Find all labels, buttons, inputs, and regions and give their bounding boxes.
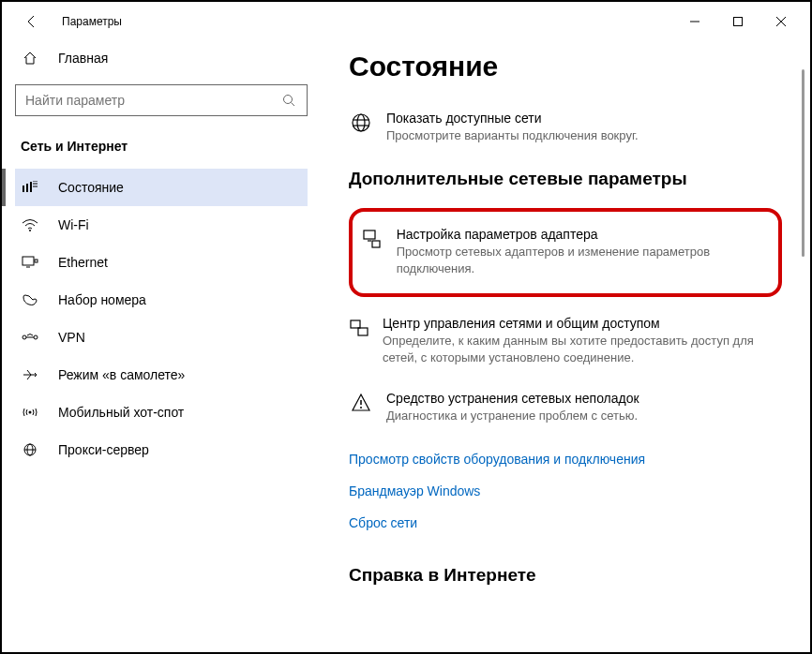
- action-desc: Просмотр сетевых адаптеров и изменение п…: [397, 244, 771, 277]
- link-hardware-properties[interactable]: Просмотр свойств оборудования и подключе…: [349, 443, 782, 475]
- action-text: Средство устранения сетевых неполадок Ди…: [386, 391, 639, 424]
- svg-point-24: [357, 114, 365, 131]
- close-button[interactable]: [759, 7, 803, 37]
- svg-rect-8: [30, 182, 32, 192]
- action-title: Настройка параметров адаптера: [397, 227, 771, 242]
- sidebar-item-ethernet[interactable]: Ethernet: [15, 244, 308, 281]
- sidebar-item-label: Прокси-сервер: [58, 442, 149, 457]
- home-nav[interactable]: Главная: [15, 41, 308, 75]
- wifi-icon: [21, 218, 39, 231]
- sidebar-item-label: Ethernet: [58, 255, 108, 270]
- action-desc: Просмотрите варианты подключения вокруг.: [386, 127, 639, 144]
- main-panel: Состояние Показать доступные сети Просмо…: [321, 41, 810, 652]
- action-adapter-settings[interactable]: Настройка параметров адаптера Просмотр с…: [360, 221, 771, 283]
- adapter-icon: [360, 227, 383, 277]
- minimize-button[interactable]: [673, 7, 716, 37]
- svg-line-5: [292, 103, 295, 107]
- section-advanced: Дополнительные сетевые параметры: [349, 169, 782, 189]
- titlebar: Параметры: [2, 2, 810, 41]
- home-icon: [21, 51, 39, 66]
- link-firewall[interactable]: Брандмауэр Windows: [349, 475, 782, 507]
- scrollbar[interactable]: [802, 69, 804, 257]
- sidebar-item-status[interactable]: Состояние: [15, 169, 308, 206]
- sidebar-item-wifi[interactable]: Wi-Fi: [15, 206, 308, 244]
- back-button[interactable]: [17, 7, 47, 37]
- svg-rect-1: [734, 18, 743, 26]
- svg-point-23: [353, 114, 369, 131]
- svg-rect-14: [35, 260, 38, 262]
- svg-rect-30: [351, 320, 360, 328]
- search-input[interactable]: [25, 93, 282, 108]
- maximize-button[interactable]: [716, 7, 759, 37]
- minimize-icon: [690, 17, 699, 26]
- action-title: Средство устранения сетевых неполадок: [386, 391, 639, 406]
- window-controls: [673, 7, 803, 37]
- sidebar-item-airplane[interactable]: Режим «в самолете»: [15, 356, 308, 394]
- svg-point-19: [29, 411, 32, 414]
- action-troubleshoot[interactable]: Средство устранения сетевых неполадок Ди…: [349, 385, 782, 430]
- svg-point-4: [284, 96, 293, 104]
- svg-rect-13: [23, 257, 34, 265]
- sidebar-item-hotspot[interactable]: Мобильный хот-спот: [15, 394, 308, 431]
- action-title: Центр управления сетями и общим доступом: [383, 316, 782, 331]
- globe-icon: [349, 111, 373, 144]
- hotspot-icon: [21, 406, 39, 419]
- sidebar: Главная Сеть и Интернет Состояние Wi-Fi: [2, 41, 321, 652]
- category-title: Сеть и Интернет: [15, 139, 308, 154]
- airplane-icon: [21, 368, 39, 381]
- svg-rect-6: [23, 186, 24, 192]
- action-sharing-center[interactable]: Центр управления сетями и общим доступом…: [349, 310, 782, 372]
- sidebar-item-label: VPN: [58, 330, 85, 345]
- search-icon: [282, 94, 297, 107]
- svg-point-17: [34, 335, 38, 339]
- action-show-networks[interactable]: Показать доступные сети Просмотрите вари…: [349, 105, 782, 150]
- maximize-icon: [733, 17, 743, 26]
- warning-icon: [349, 391, 373, 424]
- ethernet-icon: [21, 256, 39, 269]
- action-text: Показать доступные сети Просмотрите вари…: [386, 111, 639, 144]
- arrow-left-icon: [24, 14, 39, 29]
- close-icon: [776, 17, 786, 26]
- link-network-reset[interactable]: Сброс сети: [349, 507, 782, 539]
- search-box[interactable]: [15, 84, 308, 116]
- sidebar-item-label: Wi-Fi: [58, 217, 89, 232]
- svg-rect-7: [26, 184, 28, 192]
- action-desc: Определите, к каким данным вы хотите пре…: [383, 333, 782, 366]
- svg-point-12: [29, 230, 31, 231]
- sidebar-item-vpn[interactable]: VPN: [15, 319, 308, 356]
- proxy-icon: [21, 443, 39, 456]
- svg-rect-27: [364, 230, 375, 239]
- action-text: Центр управления сетями и общим доступом…: [383, 316, 782, 366]
- highlighted-adapter-settings: Настройка параметров адаптера Просмотр с…: [349, 208, 782, 296]
- home-label: Главная: [58, 51, 108, 66]
- action-text: Настройка параметров адаптера Просмотр с…: [397, 227, 771, 277]
- sidebar-item-label: Режим «в самолете»: [58, 367, 185, 382]
- sidebar-item-label: Набор номера: [58, 292, 146, 307]
- status-icon: [21, 181, 39, 194]
- svg-rect-29: [372, 241, 380, 247]
- page-title: Состояние: [349, 51, 782, 82]
- svg-point-33: [360, 407, 362, 409]
- sidebar-item-label: Мобильный хот-спот: [58, 405, 184, 420]
- sidebar-item-label: Состояние: [58, 180, 124, 195]
- window-title: Параметры: [62, 15, 122, 28]
- vpn-icon: [21, 331, 39, 344]
- action-desc: Диагностика и устранение проблем с сетью…: [386, 408, 639, 424]
- sharing-icon: [349, 316, 369, 366]
- svg-point-16: [23, 335, 26, 339]
- sidebar-item-dialup[interactable]: Набор номера: [15, 281, 308, 319]
- section-help: Справка в Интернете: [349, 565, 782, 586]
- content-area: Главная Сеть и Интернет Состояние Wi-Fi: [2, 41, 810, 652]
- dialup-icon: [21, 293, 39, 306]
- sidebar-item-proxy[interactable]: Прокси-сервер: [15, 431, 308, 468]
- action-title: Показать доступные сети: [386, 111, 639, 126]
- svg-rect-31: [358, 328, 368, 335]
